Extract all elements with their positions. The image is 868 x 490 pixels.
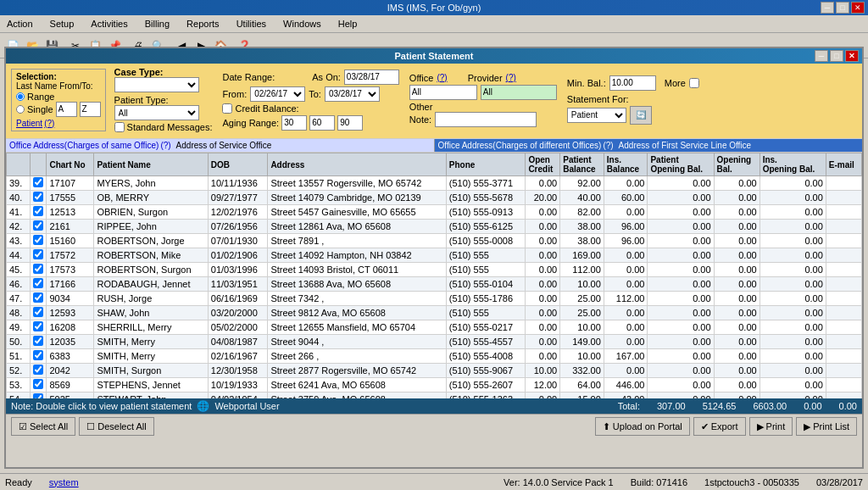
as-on-input[interactable] (344, 70, 399, 85)
table-row[interactable]: 48. 12593 SHAW, John 03/20/2000 Street 9… (7, 306, 862, 320)
table-row[interactable]: 47. 9034 RUSH, Jorge 06/16/1969 Street 7… (7, 292, 862, 306)
table-row[interactable]: 39. 17107 MYERS, John 10/11/1936 Street … (7, 176, 862, 191)
row-ins-open: 0.00 (760, 320, 826, 335)
table-row[interactable]: 45. 17573 ROBERTSON, Surgon 01/03/1996 S… (7, 263, 862, 277)
table-row[interactable]: 49. 16208 SHERRILL, Merry 05/02/2000 Str… (7, 320, 862, 335)
export-button[interactable]: ✔ Export (693, 417, 746, 436)
table-row[interactable]: 43. 15160 ROBERTSON, Jorge 07/01/1930 St… (7, 234, 862, 248)
menu-windows[interactable]: Windows (280, 17, 325, 31)
to-name-input[interactable] (80, 102, 101, 117)
note-input[interactable] (435, 112, 537, 127)
from-date-select[interactable]: 02/26/17 (250, 86, 305, 102)
win-close[interactable]: ✕ (845, 50, 859, 62)
row-check[interactable] (31, 176, 47, 191)
min-bal-input[interactable] (609, 75, 656, 91)
more-check[interactable] (689, 78, 699, 88)
single-radio[interactable] (16, 105, 25, 114)
table-row[interactable]: 53. 8569 STEPHENS, Jennet 10/19/1933 Str… (7, 378, 862, 393)
row-address: Street 12861 Ava, MO 65608 (268, 220, 446, 234)
row-check[interactable] (31, 349, 47, 364)
single-label: Single (27, 104, 53, 114)
row-check[interactable] (31, 234, 47, 248)
row-check[interactable] (31, 248, 47, 263)
row-ins-open: 0.00 (760, 393, 826, 399)
row-check[interactable] (31, 277, 47, 292)
aging-30-input[interactable] (281, 115, 307, 131)
range-radio[interactable] (16, 92, 25, 101)
row-check[interactable] (31, 364, 47, 378)
patient-type-select[interactable]: All (114, 105, 199, 120)
table-row[interactable]: 42. 2161 RIPPEE, John 07/26/1956 Street … (7, 220, 862, 234)
row-check[interactable] (31, 205, 47, 220)
row-ins-open: 0.00 (760, 220, 826, 234)
table-row[interactable]: 54. 5025 STEWART, John 04/02/1954 Street… (7, 393, 862, 399)
row-check[interactable] (31, 306, 47, 320)
row-check[interactable] (31, 220, 47, 234)
row-ins-open: 0.00 (760, 205, 826, 220)
table-row[interactable]: 51. 6383 SMITH, Merry 02/16/1967 Street … (7, 349, 862, 364)
table-row[interactable]: 44. 17572 ROBERTSON, Mike 01/02/1906 Str… (7, 248, 862, 263)
win-restore[interactable]: □ (830, 50, 843, 62)
menu-billing[interactable]: Billing (142, 17, 173, 31)
from-name-input[interactable] (56, 102, 77, 117)
addr-tab-1-label[interactable]: Office Address(Charges of same Office) (9, 141, 159, 150)
app-maximize[interactable]: □ (836, 2, 849, 14)
upload-button[interactable]: ⬆ Upload on Portal (595, 417, 690, 436)
provider-help[interactable]: (?) (506, 73, 516, 82)
row-pat-open: 0.00 (648, 191, 714, 205)
row-dob: 11/03/1951 (208, 277, 268, 292)
menu-utilities[interactable]: Utilities (233, 17, 270, 31)
table-container[interactable]: Chart No Patient Name DOB Address Phone … (6, 153, 862, 398)
go-button[interactable]: 🔄 (630, 106, 652, 125)
office-help[interactable]: (?) (437, 73, 447, 82)
row-check[interactable] (31, 335, 47, 349)
patient-help[interactable]: Patient (16, 119, 42, 128)
table-row[interactable]: 46. 17166 RODABAUGH, Jennet 11/03/1951 S… (7, 277, 862, 292)
col-name: Patient Name (94, 153, 208, 176)
app-minimize[interactable]: ─ (821, 2, 834, 14)
table-row[interactable]: 50. 12035 SMITH, Merry 04/08/1987 Street… (7, 335, 862, 349)
row-name: ROBERTSON, Jorge (94, 234, 208, 248)
patient-type-label: Patient Type: (114, 95, 213, 105)
row-open-credit: 0.00 (526, 205, 560, 220)
row-check[interactable] (31, 393, 47, 399)
office-input[interactable] (409, 85, 477, 100)
row-check[interactable] (31, 292, 47, 306)
table-row[interactable]: 52. 2042 SMITH, Surgon 12/30/1958 Street… (7, 364, 862, 378)
row-ins-bal: 0.00 (604, 320, 648, 335)
row-phone: (510) 555-1363 (446, 393, 526, 399)
aging-90-input[interactable] (337, 115, 363, 131)
to-date-select[interactable]: 03/28/17 (325, 86, 380, 102)
print-list-button[interactable]: ▶ Print List (796, 417, 857, 436)
print-button[interactable]: ▶ Print (749, 417, 793, 436)
credit-balance-check[interactable] (222, 103, 232, 114)
win-minimize[interactable]: ─ (815, 50, 828, 62)
row-check[interactable] (31, 263, 47, 277)
date-range-label: Date Range: (222, 72, 275, 82)
deselect-all-button[interactable]: ☐ Deselect All (79, 417, 153, 436)
addr-tab-1-help[interactable]: (?) (160, 141, 170, 150)
addr-tab-2-label[interactable]: Office Address(Charges of different Offi… (438, 141, 602, 150)
patient-help-q[interactable]: (?) (44, 119, 54, 128)
menu-reports[interactable]: Reports (183, 17, 223, 31)
standard-messages-check[interactable] (114, 122, 125, 132)
addr-tab-2-help[interactable]: (?) (603, 141, 613, 150)
aging-60-input[interactable] (309, 115, 335, 131)
menu-help[interactable]: Help (335, 17, 361, 31)
row-check[interactable] (31, 378, 47, 393)
provider-input[interactable] (481, 85, 557, 100)
status-system: system (49, 477, 79, 487)
app-close[interactable]: ✕ (851, 2, 865, 14)
menu-activities[interactable]: Activities (87, 17, 131, 31)
table-row[interactable]: 40. 17555 OB, MERRY 09/27/1977 Street 14… (7, 191, 862, 205)
row-check[interactable] (31, 320, 47, 335)
row-pat-open: 0.00 (648, 306, 714, 320)
statement-for-select[interactable]: Patient (567, 108, 626, 123)
select-all-button[interactable]: ☑ Select All (11, 417, 75, 436)
case-type-select[interactable] (114, 77, 199, 92)
table-row[interactable]: 41. 12513 OBRIEN, Surgon 12/02/1976 Stre… (7, 205, 862, 220)
row-ins-open: 0.00 (760, 263, 826, 277)
menu-setup[interactable]: Setup (47, 17, 78, 31)
row-check[interactable] (31, 191, 47, 205)
menu-action[interactable]: Action (3, 17, 36, 31)
